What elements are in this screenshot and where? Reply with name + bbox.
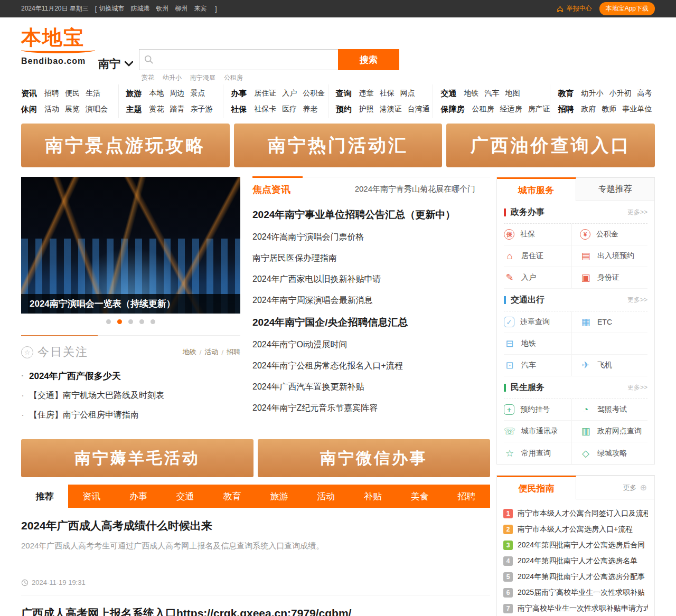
nav-link[interactable]: 护照 [359,105,374,114]
nav-head[interactable]: 保障房 [440,105,464,115]
nav-head[interactable]: 休闲 [21,105,37,115]
news-item[interactable]: 2024年南宁公租房常态化报名入口+流程 [252,355,490,376]
nav-head[interactable]: 资讯 [21,89,37,99]
nav-link[interactable]: 小升初 [609,89,631,98]
app-download-button[interactable]: 本地宝App下载 [599,2,655,15]
nav-link[interactable]: 本地 [149,89,164,98]
tab-education[interactable]: 教育 [209,485,256,508]
service-car[interactable]: ⊡汽车 [504,355,571,376]
nav-head[interactable]: 主题 [126,105,142,115]
service-violation-query[interactable]: ✓违章查询 [504,311,571,333]
guide-item[interactable]: 1南宁市本级人才公寓合同签订入口及流程 [503,506,648,522]
nav-link[interactable]: 景点 [191,89,205,98]
service-residence-permit[interactable]: ⌂居住证 [504,245,571,267]
guide-item[interactable]: 32024年第四批南宁人才公寓选房后合同 [503,537,648,553]
today-link-activity[interactable]: 活动 [204,347,218,357]
news-item[interactable]: 2024年广西汽车置换更新补贴 [252,376,490,397]
nav-link[interactable]: 居住证 [254,89,276,98]
service-driving-test[interactable]: ◔驾照考试 [571,399,647,420]
tab-guide[interactable]: 便民指南 [497,476,576,499]
service-plane[interactable]: ✈飞机 [571,355,647,376]
guide-item[interactable]: 52024年第四批南宁人才公寓选房分配事 [503,569,648,585]
article-title[interactable]: 2024年广西成人高考成绩什么时候出来 [21,518,490,533]
tab-food[interactable]: 美食 [396,485,443,508]
more-link[interactable]: 更多>> [627,296,647,305]
nav-link[interactable]: 养老 [303,105,317,114]
carousel-slide[interactable]: 2024南宁演唱会一览表（持续更新） [21,177,240,314]
tab-services[interactable]: 办事 [115,485,162,508]
nav-head[interactable]: 查询 [336,89,352,99]
news-item[interactable]: 2024年广西家电以旧换新补贴申请 [252,269,490,290]
news-item[interactable]: 2024年南宁国企/央企招聘信息汇总 [252,311,490,334]
report-center-link[interactable]: 举报中心 [556,4,592,13]
tab-traffic[interactable]: 交通 [162,485,209,508]
more-link[interactable]: 更多>> [627,383,647,392]
tab-recommend[interactable]: 推荐 [21,485,68,508]
service-hospital-booking[interactable]: ＋预约挂号 [504,399,571,420]
service-social-security[interactable]: 保社保 [504,224,571,245]
carousel-dot[interactable] [139,319,144,324]
nav-head[interactable]: 预约 [336,105,352,115]
tab-subsidy[interactable]: 补贴 [350,485,397,508]
service-id-card[interactable]: ▣身份证 [571,267,647,288]
nav-link[interactable]: 高考 [637,89,652,98]
service-household-register[interactable]: ✎入户 [504,267,571,288]
nav-head[interactable]: 办事 [231,89,247,99]
today-link-jobs[interactable]: 招聘 [227,347,240,357]
city-selector[interactable]: 南宁 [98,56,133,71]
switch-city-link[interactable]: 切换城市 [99,4,124,13]
nav-link[interactable]: 亲子游 [191,105,213,114]
nav-link[interactable]: 社保卡 [254,105,276,114]
tab-city-services[interactable]: 城市服务 [497,177,576,201]
nav-link[interactable]: 房产证 [528,105,550,114]
nav-link[interactable]: 赏花 [149,105,164,114]
nav-link[interactable]: 网点 [400,89,415,98]
nav-link[interactable]: 公租房 [472,105,494,114]
nav-link[interactable]: 社保 [380,89,395,98]
nav-link[interactable]: 港澳证 [380,105,402,114]
tab-travel[interactable]: 旅游 [256,485,303,508]
guide-item[interactable]: 42024年第四批南宁人才公寓选房名单 [503,553,648,569]
service-common-queries[interactable]: ☆常用查询 [504,442,571,464]
nav-head[interactable]: 教育 [558,89,574,99]
more-link[interactable]: 更多>> [627,208,647,217]
nav-link[interactable]: 医疗 [282,105,297,114]
banner-oil-price[interactable]: 广西油价查询入口 [446,124,655,167]
today-link-metro[interactable]: 地铁 [183,347,196,357]
tab-topic-recommend[interactable]: 专题推荐 [576,177,655,201]
today-item[interactable]: ·【住房】南宁公租房申请指南 [21,405,240,425]
news-item[interactable]: 南宁居民医保办理指南 [252,248,490,269]
nav-link[interactable]: 幼升小 [581,89,603,98]
nav-link[interactable]: 展览 [65,105,80,114]
article-title[interactable]: 广西成人高考网上报名系统入口https://crgk.gxeea.cn:7979… [21,606,490,616]
nav-link[interactable]: 地铁 [464,89,478,98]
banner-wechat-services[interactable]: 南宁微信办事 [258,439,490,477]
tab-activity[interactable]: 活动 [303,485,350,508]
news-item[interactable]: 2024年南宁Z纪元音乐节嘉宾阵容 [252,397,490,419]
nav-link[interactable]: 经适房 [500,105,522,114]
guide-item[interactable]: 7南宁高校毕业生一次性求职补贴申请方式 [503,601,648,616]
carousel-dot-active[interactable] [117,319,122,324]
hot-word[interactable]: 公租房 [224,73,243,82]
service-gov-outlets[interactable]: ▥政府网点查询 [571,421,647,442]
nav-link[interactable]: 踏青 [170,105,185,114]
today-item[interactable]: ·2024年广西产假多少天 [21,366,240,386]
city-link-fangchenggang[interactable]: 防城港 [130,4,149,13]
tab-focus-news[interactable]: 焦点资讯 [252,183,290,196]
service-city-guide[interactable]: ◇绿城攻略 [571,442,647,464]
nav-link[interactable]: 活动 [44,105,59,114]
nav-link[interactable]: 演唱会 [86,105,108,114]
focus-side-headline[interactable]: 2024年南宁青秀山菊花展在哪个门 [355,184,490,194]
nav-link[interactable]: 地图 [505,89,520,98]
site-logo[interactable]: 本地宝 Bendibao.com [21,26,98,66]
nav-head[interactable]: 社保 [231,105,247,115]
banner-activities[interactable]: 南宁热门活动汇 [234,124,443,167]
city-link-laibin[interactable]: 来宾 [194,4,206,13]
nav-link[interactable]: 招聘 [44,89,59,98]
search-input[interactable] [139,49,338,70]
tab-news[interactable]: 资讯 [68,485,115,508]
tab-jobs[interactable]: 招聘 [443,485,490,508]
news-item[interactable]: 2024许嵩南宁演唱会门票价格 [252,226,490,248]
carousel-dot[interactable] [151,319,155,324]
service-housing-fund[interactable]: ¥公积金 [571,224,647,245]
